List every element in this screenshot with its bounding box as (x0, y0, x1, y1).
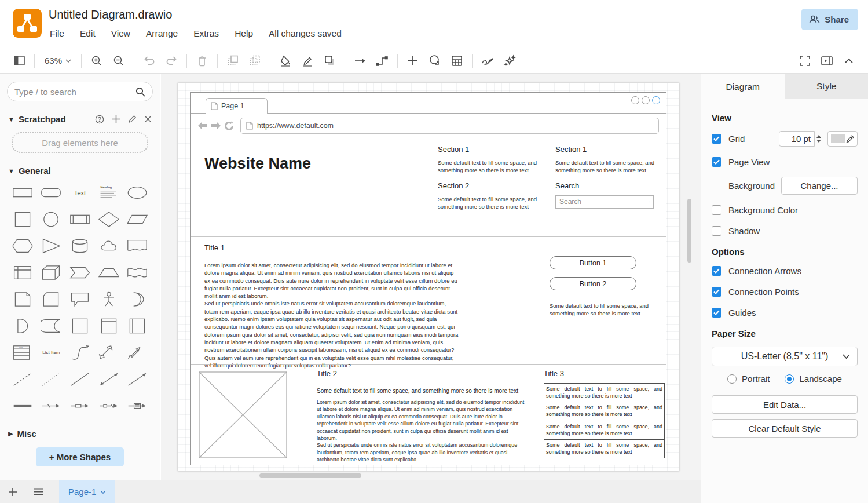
menu-help[interactable]: Help (235, 28, 253, 39)
background-color-checkbox[interactable] (712, 205, 721, 215)
mockup-browser-tab[interactable]: Page 1 (206, 98, 268, 114)
shape-and[interactable] (9, 316, 36, 336)
shape-card[interactable] (38, 289, 65, 309)
shape-note[interactable] (9, 289, 36, 309)
freehand-icon[interactable] (477, 52, 499, 70)
scratchpad-drop-zone[interactable]: Drag elements here (12, 132, 148, 153)
shape-list[interactable]: List (9, 342, 36, 363)
shape-actor[interactable] (96, 289, 122, 309)
shape-cube[interactable] (38, 263, 65, 283)
grid-size-input[interactable] (779, 131, 815, 147)
shape-square[interactable] (9, 209, 36, 229)
shape-list-item[interactable]: List Item (38, 342, 65, 363)
shape-container-title[interactable] (96, 316, 122, 336)
mockup-title-3-block[interactable]: Title 3 Some default text to fill some s… (544, 369, 665, 458)
grid-checkbox[interactable] (712, 134, 721, 144)
mockup-side-text[interactable]: Some default text to fill some space, an… (550, 302, 658, 318)
shape-parallelogram[interactable] (124, 209, 151, 229)
scratchpad-section-header[interactable]: ▼ Scratchpad (8, 114, 152, 124)
shape-edge-double[interactable] (96, 396, 122, 416)
shape-edge-open[interactable] (67, 396, 93, 416)
redo-icon[interactable] (160, 52, 182, 70)
landscape-radio[interactable]: Landscape (785, 374, 841, 384)
background-change-button[interactable]: Change... (781, 177, 858, 195)
insert-table-icon[interactable] (446, 52, 468, 70)
mockup-search-input[interactable] (559, 198, 649, 206)
insert-icon[interactable] (402, 52, 424, 70)
shadow-checkbox[interactable] (712, 226, 721, 236)
shape-diamond[interactable] (96, 209, 122, 229)
shape-circle[interactable] (38, 209, 65, 229)
to-back-icon[interactable] (244, 52, 266, 70)
shape-text[interactable]: Text (67, 183, 93, 203)
share-button[interactable]: Share (801, 9, 858, 30)
shape-data-storage[interactable] (38, 316, 65, 336)
page-tab[interactable]: Page-1 (59, 480, 115, 503)
zoom-level-dropdown[interactable]: 63% (39, 56, 77, 65)
tab-diagram[interactable]: Diagram (701, 74, 785, 99)
grid-color-button[interactable] (827, 131, 858, 147)
shape-container[interactable] (67, 316, 93, 336)
mockup-body-text[interactable]: Lorem ipsum dolor sit amet, consectetur … (204, 261, 460, 369)
shape-vertical-container[interactable] (124, 316, 151, 336)
mockup-title-1[interactable]: Title 1 (204, 243, 225, 252)
shape-cloud[interactable] (96, 236, 122, 256)
shape-link[interactable] (9, 396, 36, 416)
scratchpad-close-icon[interactable] (144, 115, 152, 123)
shape-directional-connector[interactable] (124, 369, 151, 389)
shape-bidirectional-arrow[interactable] (96, 342, 122, 363)
shape-triangle[interactable] (38, 236, 65, 256)
connection-points-checkbox[interactable] (712, 287, 721, 297)
mockup-title-2-block[interactable]: Title 2 Some default text to fill some s… (317, 369, 530, 464)
image-placeholder-shape[interactable] (199, 371, 287, 458)
shape-edge-box[interactable] (124, 396, 151, 416)
document-title[interactable]: Untitled Diagram.drawio (49, 8, 172, 21)
grid-size-stepper[interactable] (815, 131, 823, 147)
pages-menu-icon[interactable] (25, 480, 51, 503)
scratchpad-add-icon[interactable] (112, 115, 120, 123)
canvas-vertical-scrollbar[interactable] (687, 199, 691, 263)
fill-color-icon[interactable] (274, 52, 296, 70)
shape-callout[interactable] (67, 289, 93, 309)
scratchpad-help-icon[interactable] (95, 115, 104, 124)
zoom-out-icon[interactable] (108, 52, 130, 70)
mockup-site-name[interactable]: Website Name (204, 155, 311, 173)
paper-size-select[interactable]: US-Letter (8,5" x 11") (712, 347, 858, 366)
sidebar-toggle-icon[interactable] (8, 52, 30, 70)
fullscreen-icon[interactable] (794, 52, 816, 70)
shape-textbox[interactable]: Heading (96, 183, 122, 203)
shape-step[interactable] (67, 263, 93, 283)
to-front-icon[interactable] (222, 52, 244, 70)
waypoints-icon[interactable] (371, 52, 393, 70)
shape-search-box[interactable] (7, 82, 153, 101)
scratchpad-edit-icon[interactable] (128, 115, 137, 123)
shape-or[interactable] (124, 289, 151, 309)
format-panel-icon[interactable] (816, 52, 838, 70)
tab-style[interactable]: Style (785, 74, 868, 99)
undo-icon[interactable] (138, 52, 160, 70)
shape-process[interactable] (67, 209, 93, 229)
shape-dotted-line[interactable] (38, 369, 65, 389)
connection-arrows-checkbox[interactable] (712, 266, 721, 276)
mockup-nav-column-1[interactable]: Section 1 Some default text to fill some… (438, 145, 545, 218)
general-section-header[interactable]: ▼ General (8, 166, 152, 176)
collapse-toolbar-icon[interactable] (838, 52, 860, 70)
shadow-icon[interactable] (318, 52, 340, 70)
shape-trapezoid[interactable] (96, 263, 122, 283)
mockup-nav-column-2[interactable]: Section 1 Some default text to fill some… (555, 145, 663, 209)
edit-data-button[interactable]: Edit Data... (712, 395, 858, 414)
add-page-icon[interactable] (0, 480, 25, 503)
shape-line[interactable] (67, 369, 93, 389)
sparkles-icon[interactable] (499, 52, 521, 70)
menu-extras[interactable]: Extras (193, 28, 219, 39)
portrait-radio[interactable]: Portrait (727, 374, 770, 384)
mockup-button-2[interactable]: Button 2 (550, 277, 636, 290)
shape-bidirectional-connector[interactable] (96, 369, 122, 389)
mockup-url-bar[interactable]: https://www.default.com (240, 118, 659, 134)
zoom-in-icon[interactable] (86, 52, 108, 70)
shape-arrow[interactable] (124, 342, 151, 363)
shape-curve[interactable] (67, 342, 93, 363)
shape-tape[interactable] (124, 263, 151, 283)
insert-shape-icon[interactable] (424, 52, 446, 70)
mockup-search-box[interactable] (555, 195, 654, 209)
